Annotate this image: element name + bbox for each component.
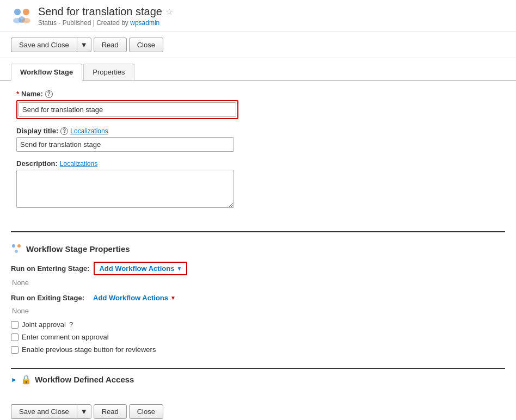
- name-help-icon[interactable]: ?: [45, 90, 53, 98]
- display-title-localizations-link[interactable]: Localizations: [70, 127, 108, 135]
- top-toolbar: Save and Close ▼ Read Close: [0, 32, 516, 58]
- display-title-field-group: Display title: ? Localizations: [16, 127, 500, 152]
- exiting-stage-row: Run on Exiting Stage: Add Workflow Actio…: [11, 292, 505, 304]
- svg-point-4: [22, 18, 30, 23]
- joint-approval-help-icon[interactable]: ?: [69, 320, 73, 329]
- title-text: Send for translation stage: [38, 5, 162, 18]
- joint-approval-checkbox[interactable]: [11, 321, 19, 329]
- tab-properties[interactable]: Properties: [83, 64, 134, 80]
- enable-previous-row: Enable previous stage button for reviewe…: [11, 345, 505, 354]
- save-close-group: Save and Close ▼: [11, 38, 91, 52]
- description-localizations-link[interactable]: Localizations: [60, 160, 97, 168]
- section-divider: [11, 231, 505, 232]
- tab-workflow-stage[interactable]: Workflow Stage: [11, 64, 82, 81]
- save-close-button[interactable]: Save and Close: [11, 38, 77, 52]
- footer-dropdown-arrow-icon: ▼: [81, 407, 88, 416]
- header-subtitle: Status - Published | Created by wpsadmin: [38, 19, 173, 27]
- properties-title-text: Workflow Stage Properties: [26, 244, 130, 254]
- display-title-label-text: Display title:: [16, 127, 58, 135]
- enable-previous-checkbox[interactable]: [11, 346, 19, 354]
- footer-save-close-button[interactable]: Save and Close: [11, 404, 77, 419]
- entering-none-text: None: [12, 279, 505, 287]
- description-input[interactable]: [16, 170, 234, 208]
- add-workflow-entering-arrow-icon: ▼: [176, 265, 182, 271]
- save-close-dropdown-button[interactable]: ▼: [77, 38, 91, 52]
- description-field-group: Description: Localizations: [16, 159, 500, 209]
- footer-read-button[interactable]: Read: [94, 404, 127, 419]
- header-text: Send for translation stage ☆ Status - Pu…: [38, 5, 173, 27]
- page-title: Send for translation stage ☆: [38, 5, 173, 18]
- exiting-none-text: None: [12, 307, 505, 315]
- favorite-star-icon[interactable]: ☆: [165, 7, 173, 17]
- properties-section: Workflow Stage Properties Run on Enterin…: [0, 238, 516, 363]
- footer-save-close-group: Save and Close ▼: [11, 404, 91, 419]
- exiting-stage-label: Run on Exiting Stage:: [11, 294, 84, 302]
- entering-stage-row: Run on Entering Stage: Add Workflow Acti…: [11, 262, 505, 275]
- footer-close-button[interactable]: Close: [129, 404, 163, 419]
- svg-point-5: [12, 244, 15, 248]
- entering-stage-label: Run on Entering Stage:: [11, 264, 89, 273]
- add-workflow-entering-label: Add Workflow Actions: [99, 264, 174, 273]
- joint-approval-row: Joint approval ?: [11, 320, 505, 329]
- form-section: * Name: ? Display title: ? Localizations…: [0, 81, 516, 226]
- properties-section-title: Workflow Stage Properties: [11, 243, 505, 254]
- joint-approval-label: Joint approval: [22, 320, 66, 329]
- name-input-wrapper: [16, 100, 238, 119]
- add-workflow-exiting-button[interactable]: Add Workflow Actions ▼: [89, 292, 180, 304]
- display-title-label: Display title: ? Localizations: [16, 127, 500, 135]
- display-title-help-icon[interactable]: ?: [60, 127, 68, 135]
- page-header: Send for translation stage ☆ Status - Pu…: [0, 0, 516, 32]
- svg-point-3: [13, 18, 22, 23]
- name-label: * Name: ?: [16, 90, 500, 98]
- name-label-text: Name:: [21, 90, 43, 98]
- creator-link[interactable]: wpsadmin: [130, 19, 159, 27]
- name-input[interactable]: [19, 102, 236, 117]
- display-title-input[interactable]: [16, 137, 234, 152]
- enter-comment-label: Enter comment on approval: [22, 333, 109, 341]
- add-workflow-exiting-label: Add Workflow Actions: [93, 294, 168, 302]
- access-section: ► 🔒 Workflow Defined Access: [11, 368, 505, 385]
- lock-icon: 🔒: [21, 374, 32, 385]
- enable-previous-label: Enable previous stage button for reviewe…: [22, 345, 156, 354]
- required-star: *: [16, 90, 19, 98]
- close-button[interactable]: Close: [129, 38, 163, 52]
- header-icon: [11, 5, 33, 27]
- status-text: Status - Published | Created by: [38, 19, 128, 27]
- svg-point-0: [14, 9, 21, 15]
- tab-bar: Workflow Stage Properties: [0, 64, 516, 81]
- svg-point-1: [23, 9, 29, 15]
- svg-point-6: [17, 244, 21, 248]
- add-workflow-entering-button[interactable]: Add Workflow Actions ▼: [94, 262, 187, 275]
- footer-save-close-dropdown-button[interactable]: ▼: [77, 404, 91, 419]
- description-label-text: Description:: [16, 159, 58, 168]
- footer-toolbar: Save and Close ▼ Read Close: [0, 396, 516, 420]
- access-title-text: Workflow Defined Access: [35, 375, 134, 384]
- name-field-group: * Name: ?: [16, 90, 500, 119]
- workflow-icon: [11, 243, 22, 254]
- add-workflow-exiting-arrow-icon: ▼: [170, 295, 176, 301]
- description-label: Description: Localizations: [16, 159, 500, 168]
- access-title-row: ► 🔒 Workflow Defined Access: [11, 374, 505, 385]
- enter-comment-checkbox[interactable]: [11, 333, 19, 341]
- svg-point-7: [15, 250, 18, 253]
- enter-comment-row: Enter comment on approval: [11, 333, 505, 341]
- access-chevron-icon[interactable]: ►: [11, 376, 17, 384]
- read-button[interactable]: Read: [94, 38, 127, 52]
- dropdown-arrow-icon: ▼: [81, 41, 88, 49]
